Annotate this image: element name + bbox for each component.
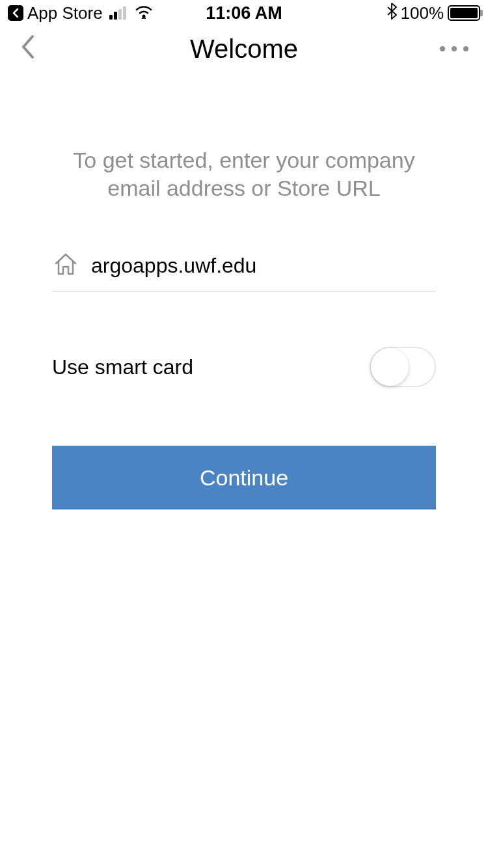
smart-card-row: Use smart card (52, 347, 436, 387)
status-bar: App Store 11:06 AM 100% (0, 0, 488, 26)
status-right: 100% (386, 3, 481, 24)
main-content: To get started, enter your company email… (0, 146, 488, 509)
smart-card-label: Use smart card (52, 355, 193, 379)
home-icon (52, 251, 79, 280)
instruction-text: To get started, enter your company email… (52, 146, 436, 202)
more-options-button[interactable] (440, 46, 468, 51)
continue-button[interactable]: Continue (52, 446, 436, 509)
url-input-row (52, 251, 436, 292)
bluetooth-icon (386, 3, 397, 24)
battery-icon (448, 5, 480, 21)
back-button[interactable] (20, 33, 36, 66)
nav-bar: Welcome (0, 26, 488, 72)
battery-percentage: 100% (401, 3, 444, 23)
store-url-input[interactable] (91, 254, 436, 278)
smart-card-toggle[interactable] (370, 347, 436, 387)
status-left: App Store (8, 3, 154, 23)
toggle-knob (371, 348, 409, 386)
back-to-app-badge[interactable] (8, 5, 23, 21)
svg-point-0 (142, 14, 145, 18)
back-to-app-label[interactable]: App Store (27, 3, 103, 23)
page-title: Welcome (190, 34, 298, 64)
status-time: 11:06 AM (206, 3, 282, 23)
wifi-icon (134, 3, 154, 23)
cellular-signal-icon (109, 7, 126, 20)
